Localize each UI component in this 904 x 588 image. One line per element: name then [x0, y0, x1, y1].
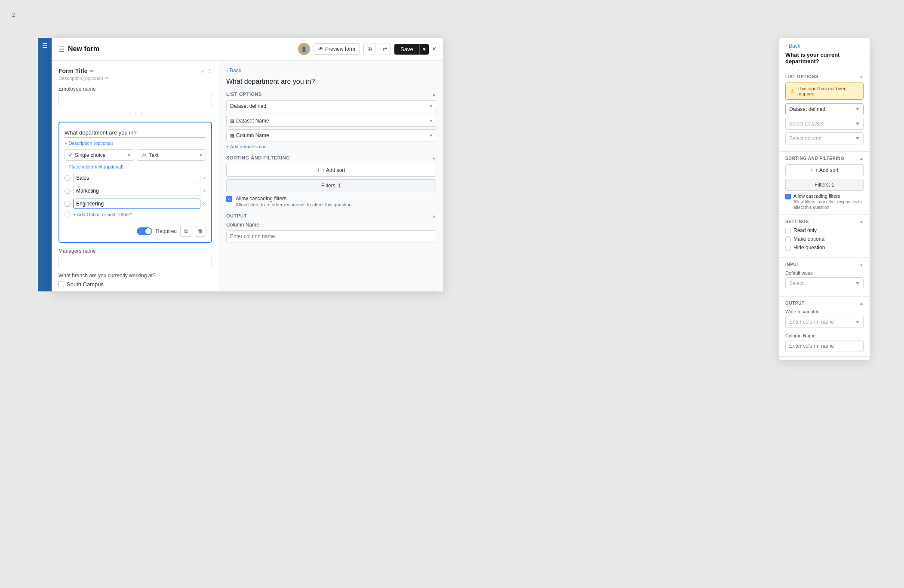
dataset-name-select[interactable]: ▦ Dataset Name ▾ — [226, 115, 436, 127]
make-optional-label: Make optional — [793, 236, 826, 242]
branch-option-label: South Campus — [67, 281, 104, 288]
rs-write-variable-select[interactable]: Enter column name — [785, 316, 864, 328]
rs-back-button[interactable]: ‹ Back — [779, 38, 870, 52]
rs-list-options-chevron[interactable]: ▲ — [859, 74, 864, 79]
employee-name-input[interactable] — [58, 94, 212, 106]
rs-main-title: What is your current department? — [779, 52, 870, 70]
read-only-row: Read only — [785, 227, 864, 233]
hide-question-label: Hide question — [793, 245, 825, 251]
rs-chevron-left-icon: ‹ — [785, 43, 787, 49]
dataset-name-chevron: ▾ — [430, 118, 432, 124]
list-options-section-header: LIST OPTIONS ▲ — [226, 92, 436, 97]
single-choice-select[interactable]: ✓ Single choice ▾ — [65, 149, 134, 161]
remove-marketing-button[interactable]: × — [203, 188, 206, 194]
add-option-radio — [65, 211, 71, 217]
branch-checkbox[interactable] — [58, 282, 64, 287]
swap-button[interactable]: ⇄ — [379, 43, 391, 55]
option-input-sales[interactable] — [73, 173, 200, 183]
delete-field-button[interactable]: 🗑 — [195, 226, 206, 237]
text-icon: abc — [141, 153, 148, 157]
rs-dataset-defined-select[interactable]: Dataset defined — [785, 103, 864, 115]
drag-handle[interactable]: ⋮⋮⋮ — [58, 110, 212, 117]
question-block: + Description (optional) ✓ Single choice… — [58, 122, 212, 243]
column-name-select[interactable]: ▦ Column Name ▾ — [226, 129, 436, 141]
rs-select-dataset-select[interactable]: Select DataSet — [785, 118, 864, 130]
rs-cascading-checkbox[interactable] — [785, 194, 791, 199]
save-dropdown-button[interactable]: ▾ — [419, 44, 429, 55]
hide-question-row: Hide question — [785, 245, 864, 251]
output-title: OUTPUT — [226, 213, 247, 218]
question-text-input[interactable] — [65, 128, 206, 138]
option-row-sales: × — [65, 173, 206, 183]
preview-question: What department are you in? — [226, 78, 436, 86]
rs-cascading-row: Allow cascading filters Allow filters fr… — [785, 193, 864, 210]
option-row-marketing: × — [65, 186, 206, 196]
preview-button[interactable]: 👁 Preview form — [314, 43, 360, 55]
form-title: Form Title ✏ — [58, 67, 94, 74]
column-icon: ▦ — [230, 133, 234, 138]
rs-settings-chevron[interactable]: ▲ — [859, 219, 864, 224]
description-link[interactable]: + Description (optional) — [65, 141, 206, 146]
form-title-edit-icon[interactable]: ✏ — [90, 68, 94, 74]
column-name-output-input[interactable] — [226, 230, 436, 242]
check-circle-icon: ✓ — [68, 152, 73, 158]
expand-icon[interactable]: ⤢ — [201, 68, 205, 74]
option-input-engineering[interactable] — [73, 199, 200, 209]
default-value-label: Default value — [785, 270, 864, 276]
sorting-chevron[interactable]: ▲ — [432, 156, 436, 160]
list-options-chevron[interactable]: ▲ — [432, 92, 436, 97]
warning-icon: ⚠ — [790, 88, 795, 94]
text-type-select[interactable]: abc Text ▾ — [137, 149, 206, 161]
hide-question-checkbox[interactable] — [785, 245, 791, 251]
option-input-marketing[interactable] — [73, 186, 200, 196]
close-button[interactable]: × — [432, 45, 436, 53]
column-name-output-label: Column Name — [226, 222, 436, 228]
description-edit-icon: ✏ — [105, 75, 109, 81]
chevron-down-icon-2: ▾ — [200, 152, 202, 158]
rs-add-sort-button[interactable]: + + Add sort — [785, 164, 864, 176]
required-toggle[interactable] — [137, 227, 152, 235]
make-optional-checkbox[interactable] — [785, 236, 791, 242]
page-number: 2 — [12, 12, 15, 18]
more-options-icon[interactable]: ⋮ — [207, 68, 212, 74]
filters-count: Filters: 1 — [226, 179, 436, 192]
option-radio-engineering[interactable] — [65, 201, 71, 207]
duplicate-field-button[interactable]: ⧉ — [180, 226, 191, 237]
preview-back-button[interactable]: ‹ Back — [226, 67, 436, 74]
output-chevron[interactable]: ▲ — [432, 214, 436, 218]
modal-title: New form — [68, 45, 295, 53]
rs-select-column-select[interactable]: Select column — [785, 132, 864, 144]
rs-input-chevron[interactable]: ▲ — [859, 262, 864, 267]
rs-list-options-section: LIST OPTIONS ▲ ⚠ This input has not been… — [779, 70, 870, 152]
add-sort-button[interactable]: + + Add sort — [226, 164, 436, 177]
read-only-checkbox[interactable] — [785, 228, 791, 233]
sorting-section: SORTING AND FILTERING ▲ + + Add sort Fil… — [226, 155, 436, 207]
managers-name-input[interactable] — [58, 256, 212, 268]
rs-default-value-select[interactable]: Select — [785, 277, 864, 289]
required-label: Required — [156, 228, 177, 234]
cascading-checkbox[interactable] — [226, 196, 232, 202]
write-to-variable-label: Write to variable — [785, 309, 864, 314]
rs-settings-section: SETTINGS ▲ Read only Make optional Hide … — [779, 215, 870, 258]
rs-sorting-section: SORTING AND FILTERING ▲ + + Add sort Fil… — [779, 152, 870, 215]
rs-sorting-chevron[interactable]: ▲ — [859, 156, 864, 161]
dataset-defined-select[interactable]: Dataset defined ▾ — [226, 100, 436, 112]
chevron-down-icon: ▾ — [128, 152, 130, 158]
rs-column-name-input[interactable] — [785, 340, 864, 352]
main-modal: ☰ New form 👤 👁 Preview form ⊞ ⇄ Save ▾ ×… — [52, 38, 443, 291]
save-button[interactable]: Save — [394, 44, 419, 55]
option-radio-sales[interactable] — [65, 175, 71, 181]
add-default-value-link[interactable]: + Add default value — [226, 144, 436, 149]
option-radio-marketing[interactable] — [65, 188, 71, 194]
hamburger-icon[interactable]: ☰ — [58, 45, 65, 53]
add-option-link[interactable]: + Add Option or add "Other" — [73, 212, 132, 217]
read-only-label: Read only — [793, 227, 817, 233]
remove-engineering-button[interactable]: × — [203, 201, 206, 207]
form-description[interactable]: Description (optional) ✏ — [58, 75, 212, 81]
add-option-row: + Add Option or add "Other" — [65, 211, 206, 217]
placeholder-link[interactable]: + Placeholder text (optional) — [65, 164, 206, 169]
remove-sales-button[interactable]: × — [203, 175, 206, 181]
grid-view-button[interactable]: ⊞ — [363, 43, 375, 55]
rs-output-chevron[interactable]: ▲ — [859, 301, 864, 306]
modal-header-actions: 👤 👁 Preview form ⊞ ⇄ Save ▾ × — [298, 43, 436, 55]
